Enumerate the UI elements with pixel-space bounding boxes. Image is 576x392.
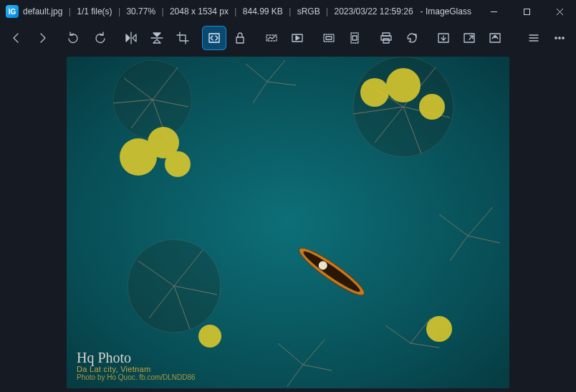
refresh-button[interactable] xyxy=(400,26,424,50)
titlebar: IG default.jpg | 1/1 file(s) | 30.77% | … xyxy=(0,0,576,23)
watermark-signature: Hq Photo xyxy=(77,350,196,365)
more-button[interactable] xyxy=(547,26,572,50)
image-watermark: Hq Photo Da Lat city, Vietnam Photo by H… xyxy=(77,350,196,381)
svg-point-44 xyxy=(198,325,221,348)
panorama-button[interactable] xyxy=(259,26,284,50)
nav-forward-button[interactable] xyxy=(30,26,54,50)
svg-point-41 xyxy=(386,68,421,102)
svg-rect-1 xyxy=(524,9,529,14)
title-appname: ImageGlass xyxy=(426,6,471,16)
flip-vertical-button[interactable] xyxy=(145,26,169,50)
svg-line-24 xyxy=(469,36,473,39)
svg-point-43 xyxy=(426,316,452,342)
title-dimensions: 2048 x 1534 px xyxy=(170,6,229,16)
svg-rect-20 xyxy=(381,36,391,40)
app-icon: IG xyxy=(6,5,19,18)
title-info: default.jpg | 1/1 file(s) | 30.77% | 204… xyxy=(23,0,471,23)
gallery-vertical-button[interactable] xyxy=(342,26,367,50)
svg-point-39 xyxy=(165,151,191,177)
watermark-line1: Da Lat city, Vietnam xyxy=(77,365,196,373)
svg-marker-9 xyxy=(153,39,160,43)
slideshow-button[interactable] xyxy=(285,26,309,50)
svg-rect-18 xyxy=(352,36,357,40)
title-colorspace: sRGB xyxy=(297,6,320,16)
title-filesize: 844.99 KB xyxy=(243,6,283,16)
svg-point-42 xyxy=(419,94,445,120)
lock-zoom-button[interactable] xyxy=(228,26,252,50)
frame-nav-button[interactable] xyxy=(431,26,456,50)
flip-horizontal-button[interactable] xyxy=(119,26,143,50)
svg-marker-8 xyxy=(153,33,160,37)
svg-point-30 xyxy=(555,37,557,39)
undo-button[interactable] xyxy=(62,26,86,50)
title-file-position: 1/1 file(s) xyxy=(77,6,112,16)
svg-marker-5 xyxy=(126,34,130,42)
svg-point-32 xyxy=(562,37,564,39)
color-picker-button[interactable] xyxy=(483,26,507,50)
minimize-button[interactable] xyxy=(477,0,510,23)
menu-button[interactable] xyxy=(522,26,546,50)
svg-marker-6 xyxy=(133,34,136,42)
svg-rect-11 xyxy=(236,37,244,43)
image-viewer[interactable]: Hq Photo Da Lat city, Vietnam Photo by H… xyxy=(0,53,576,392)
title-filename: default.jpg xyxy=(23,6,62,16)
fullscreen-button[interactable] xyxy=(457,26,481,50)
title-datetime: 2023/03/22 12:59:26 xyxy=(334,6,413,16)
crop-button[interactable] xyxy=(171,26,195,50)
close-button[interactable] xyxy=(543,0,576,23)
displayed-image: Hq Photo Da Lat city, Vietnam Photo by H… xyxy=(67,57,509,388)
svg-point-40 xyxy=(360,78,389,107)
window-fit-button[interactable] xyxy=(202,26,226,50)
redo-button[interactable] xyxy=(87,26,112,50)
svg-point-31 xyxy=(559,37,560,39)
maximize-button[interactable] xyxy=(510,0,543,23)
svg-marker-14 xyxy=(296,36,299,40)
print-button[interactable] xyxy=(374,26,398,50)
svg-rect-16 xyxy=(326,37,332,39)
svg-rect-21 xyxy=(383,39,389,43)
gallery-horizontal-button[interactable] xyxy=(317,26,341,50)
toolbar xyxy=(0,23,576,53)
title-zoom: 30.77% xyxy=(126,6,155,16)
nav-back-button[interactable] xyxy=(4,26,29,50)
app-window: IG default.jpg | 1/1 file(s) | 30.77% | … xyxy=(0,0,576,392)
watermark-line2: Photo by Ho Quoc. fb.com/DLNDD86 xyxy=(77,373,196,381)
svg-rect-15 xyxy=(324,34,334,42)
